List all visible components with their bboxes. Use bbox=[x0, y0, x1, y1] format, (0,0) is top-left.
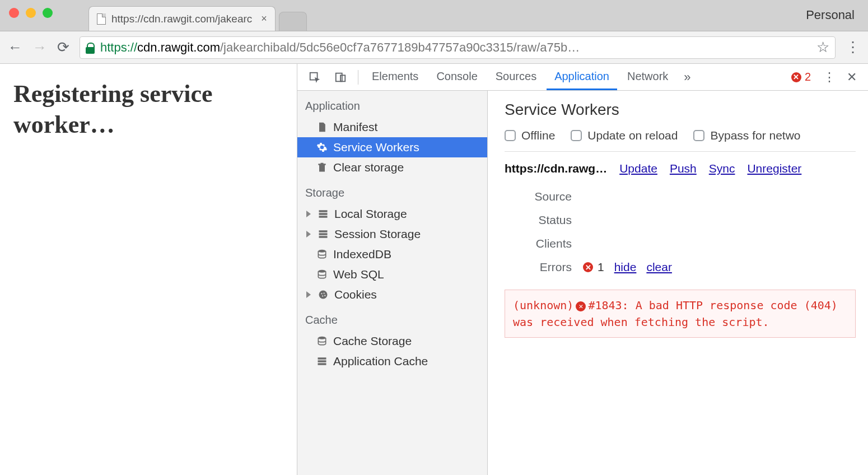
errors-count: 1 bbox=[598, 260, 604, 274]
address-bar[interactable]: https://cdn.rawgit.com/jakearchibald/5dc… bbox=[80, 36, 836, 59]
sidebar-item-label: Web SQL bbox=[333, 268, 384, 281]
sidebar-item-label: Application Cache bbox=[333, 355, 428, 368]
database-icon bbox=[316, 249, 328, 260]
error-message-box: (unknown)✕#1843: A bad HTTP response cod… bbox=[505, 290, 856, 338]
svg-point-8 bbox=[322, 295, 323, 296]
bypass-network-checkbox[interactable]: Bypass for netwo bbox=[693, 129, 800, 142]
svg-point-3 bbox=[318, 250, 325, 253]
application-sidebar: Application Manifest Service Workers Cle… bbox=[297, 91, 488, 475]
checkbox-icon bbox=[693, 130, 704, 141]
error-icon: ✕ bbox=[791, 72, 801, 82]
tab-title: https://cdn.rawgit.com/jakearc bbox=[111, 13, 252, 25]
error-count-badge[interactable]: ✕ 2 bbox=[787, 71, 815, 83]
errors-clear-link[interactable]: clear bbox=[646, 260, 672, 274]
back-button[interactable]: ← bbox=[8, 39, 22, 56]
sidebar-item-label: Cookies bbox=[334, 288, 377, 301]
unregister-link[interactable]: Unregister bbox=[747, 162, 801, 175]
devtools-more-tabs-icon[interactable]: » bbox=[678, 70, 696, 85]
info-grid: Source Status Clients Errors ✕ 1 hide cl… bbox=[505, 179, 856, 276]
device-toolbar-icon[interactable] bbox=[329, 64, 352, 90]
devtools-tab-sources[interactable]: Sources bbox=[488, 64, 544, 90]
bookmark-star-icon[interactable]: ☆ bbox=[816, 39, 829, 56]
devtools-tab-console[interactable]: Console bbox=[428, 64, 485, 90]
errors-value: ✕ 1 hide clear bbox=[583, 260, 856, 274]
update-on-reload-checkbox[interactable]: Update on reload bbox=[571, 129, 678, 142]
sidebar-item-cache-storage[interactable]: Cache Storage bbox=[297, 331, 487, 351]
svg-point-5 bbox=[319, 291, 328, 299]
update-link[interactable]: Update bbox=[619, 162, 657, 175]
devtools-close-button[interactable]: ✕ bbox=[843, 70, 862, 85]
sidebar-item-local-storage[interactable]: Local Storage bbox=[297, 204, 487, 224]
disclosure-triangle-icon[interactable] bbox=[306, 231, 311, 238]
errors-label: Errors bbox=[505, 260, 583, 274]
disclosure-triangle-icon[interactable] bbox=[306, 291, 311, 298]
panel-title: Service Workers bbox=[505, 101, 856, 119]
cookie-icon bbox=[318, 289, 329, 300]
database-icon bbox=[316, 336, 328, 347]
source-label: Source bbox=[505, 190, 583, 203]
sidebar-group-cache: Cache bbox=[297, 305, 487, 331]
table-icon bbox=[316, 356, 328, 367]
profile-label[interactable]: Personal bbox=[806, 8, 855, 22]
sidebar-item-cookies[interactable]: Cookies bbox=[297, 285, 487, 305]
errors-hide-link[interactable]: hide bbox=[614, 260, 637, 274]
svg-point-7 bbox=[324, 292, 325, 294]
push-link[interactable]: Push bbox=[670, 162, 697, 175]
checkbox-icon bbox=[571, 130, 582, 141]
scope-row: https://cdn.rawg… Update Push Sync Unreg… bbox=[505, 152, 856, 179]
browser-tab-strip: https://cdn.rawgit.com/jakearc × Persona… bbox=[0, 0, 868, 31]
devtools-tab-application[interactable]: Application bbox=[547, 64, 617, 90]
sidebar-item-websql[interactable]: Web SQL bbox=[297, 264, 487, 285]
lock-icon bbox=[86, 43, 95, 53]
file-icon bbox=[97, 13, 106, 25]
devtools-tab-network[interactable]: Network bbox=[619, 64, 676, 90]
svg-rect-2 bbox=[340, 75, 345, 81]
browser-tab[interactable]: https://cdn.rawgit.com/jakearc × bbox=[88, 6, 276, 31]
browser-menu-button[interactable]: ⋮ bbox=[846, 39, 860, 56]
status-label: Status bbox=[505, 213, 583, 227]
window-zoom-button[interactable] bbox=[43, 8, 53, 18]
new-tab-button[interactable] bbox=[279, 12, 307, 31]
update-label: Update on reload bbox=[587, 129, 678, 142]
gear-icon bbox=[316, 142, 328, 153]
window-close-button[interactable] bbox=[9, 8, 19, 18]
options-row: Offline Update on reload Bypass for netw… bbox=[505, 129, 856, 152]
checkbox-icon bbox=[505, 130, 516, 141]
sidebar-item-manifest[interactable]: Manifest bbox=[297, 117, 487, 137]
offline-label: Offline bbox=[521, 129, 555, 142]
reload-button[interactable]: ⟳ bbox=[57, 39, 69, 56]
window-controls bbox=[9, 8, 53, 18]
service-workers-panel: Service Workers Offline Update on reload… bbox=[488, 91, 868, 475]
inspect-element-icon[interactable] bbox=[303, 64, 326, 90]
svg-rect-1 bbox=[336, 73, 342, 81]
svg-point-4 bbox=[318, 270, 325, 273]
sidebar-item-label: Session Storage bbox=[334, 227, 421, 241]
sync-link[interactable]: Sync bbox=[709, 162, 735, 175]
origin-label: https://cdn.rawg… bbox=[505, 162, 607, 175]
sidebar-item-indexeddb[interactable]: IndexedDB bbox=[297, 244, 487, 264]
sidebar-item-session-storage[interactable]: Session Storage bbox=[297, 224, 487, 244]
error-icon: ✕ bbox=[583, 262, 593, 272]
svg-point-10 bbox=[318, 337, 325, 339]
devtools-tab-elements[interactable]: Elements bbox=[364, 64, 426, 90]
forward-button[interactable]: → bbox=[32, 39, 47, 56]
sidebar-item-label: IndexedDB bbox=[333, 248, 391, 261]
url-scheme: https:// bbox=[100, 40, 137, 55]
offline-checkbox[interactable]: Offline bbox=[505, 129, 555, 142]
file-icon bbox=[316, 122, 328, 133]
toolbar: ← → ⟳ https://cdn.rawgit.com/jakearchiba… bbox=[0, 31, 868, 64]
sidebar-group-application: Application bbox=[297, 91, 487, 117]
devtools: Elements Console Sources Application Net… bbox=[297, 64, 868, 475]
tab-close-button[interactable]: × bbox=[261, 13, 267, 25]
sidebar-item-service-workers[interactable]: Service Workers bbox=[297, 137, 487, 157]
window-minimize-button[interactable] bbox=[26, 8, 36, 18]
sidebar-item-application-cache[interactable]: Application Cache bbox=[297, 351, 487, 371]
separator bbox=[358, 70, 358, 85]
error-count: 2 bbox=[805, 71, 811, 83]
error-source: (unknown) bbox=[513, 299, 573, 312]
devtools-menu-button[interactable]: ⋮ bbox=[818, 70, 841, 85]
sidebar-item-label: Service Workers bbox=[333, 141, 419, 154]
bypass-label: Bypass for netwo bbox=[710, 129, 800, 142]
sidebar-item-clear-storage[interactable]: Clear storage bbox=[297, 157, 487, 178]
disclosure-triangle-icon[interactable] bbox=[306, 211, 311, 217]
